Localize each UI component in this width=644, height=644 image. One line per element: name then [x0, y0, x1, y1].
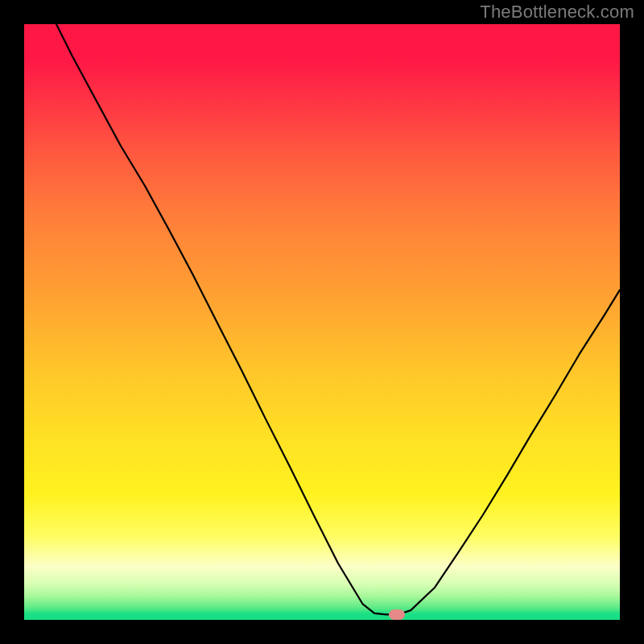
curve-path	[56, 24, 620, 614]
plot-area	[24, 24, 620, 620]
optimum-marker	[389, 609, 405, 620]
watermark-text: TheBottleneck.com	[480, 2, 634, 23]
bottleneck-curve	[24, 24, 620, 620]
chart-frame: TheBottleneck.com	[0, 0, 644, 644]
